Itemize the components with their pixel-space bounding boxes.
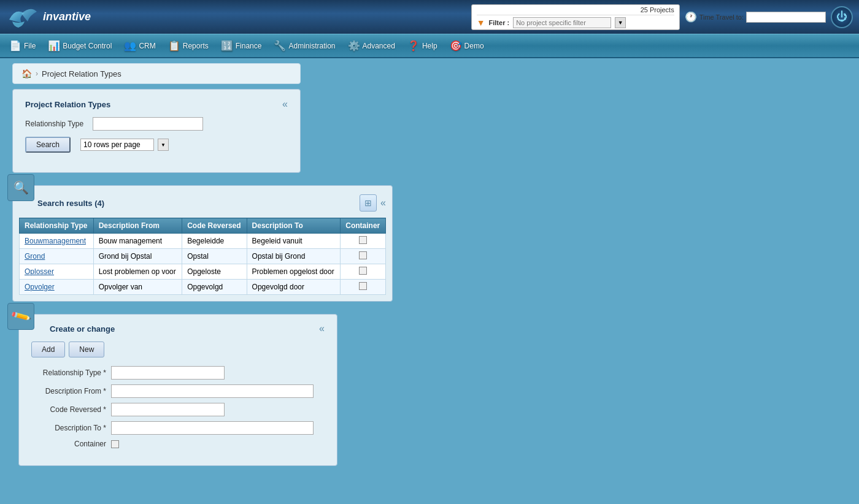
create-description-from-input[interactable]	[111, 384, 314, 398]
create-relationship-type-label: Relationship Type *	[31, 368, 111, 377]
create-description-from-label: Description From *	[31, 387, 111, 395]
filter-dropdown-button[interactable]: ▼	[615, 17, 626, 28]
relationship-type-input[interactable]	[93, 117, 203, 131]
breadcrumb-page-title: Project Relation Types	[42, 69, 121, 78]
finance-icon: 🔢	[221, 40, 233, 52]
create-description-to-input[interactable]	[111, 421, 314, 435]
nav-item-help[interactable]: ❓ Help	[401, 37, 444, 54]
table-row: Bouwmanagement Bouw management Begeleidd…	[20, 234, 386, 249]
filter-icon: ▼	[477, 18, 485, 28]
rows-per-page-row: Search ▼	[25, 137, 288, 153]
container-checkbox-0[interactable]	[359, 236, 367, 244]
top-bar: invantive 25 Projects ▼ Filter : ▼ 🕐 Tim…	[0, 0, 859, 34]
table-row: Opvolger Opvolger van Opgevolgd Opgevolg…	[20, 280, 386, 295]
nav-label-administration: Administration	[288, 42, 335, 50]
container-checkbox-1[interactable]	[359, 251, 367, 259]
nav-item-crm[interactable]: 👥 CRM	[118, 37, 161, 54]
create-code-reversed-label: Code Reversed *	[31, 405, 111, 414]
search-button[interactable]: Search	[25, 137, 71, 153]
nav-item-finance[interactable]: 🔢 Finance	[215, 37, 268, 54]
cell-type-2: Oplosser	[20, 264, 94, 280]
cell-container-0	[341, 234, 386, 249]
nav-item-demo[interactable]: 🎯 Demo	[444, 37, 490, 54]
rows-per-page-dropdown[interactable]: ▼	[158, 139, 169, 151]
search-panel-collapse-button[interactable]: «	[282, 99, 288, 110]
relationship-type-label: Relationship Type	[25, 120, 93, 128]
link-type-1[interactable]: Grond	[25, 252, 45, 261]
create-description-to-label: Description To *	[31, 424, 111, 432]
create-panel: Create or change « Add New Relationship …	[18, 314, 337, 466]
results-header: Search results (4) ⊞ «	[19, 194, 386, 212]
cell-desc-to-2: Problemen opgelost door	[247, 264, 341, 280]
new-button[interactable]: New	[69, 342, 104, 357]
cell-container-2	[341, 264, 386, 280]
cell-desc-from-2: Lost problemen op voor	[93, 264, 182, 280]
create-header: Create or change «	[31, 323, 325, 334]
cell-container-1	[341, 249, 386, 264]
create-container-row: Container	[31, 440, 325, 448]
add-button[interactable]: Add	[31, 342, 65, 357]
breadcrumb: 🏠 › Project Relation Types	[12, 63, 301, 84]
nav-label-crm: CRM	[139, 42, 155, 50]
create-code-reversed-input[interactable]	[111, 403, 225, 416]
results-header-actions: ⊞ «	[360, 194, 386, 212]
create-relationship-type-input[interactable]	[111, 366, 225, 380]
create-panel-wrapper: ✏️ Create or change « Add New Relationsh…	[12, 314, 337, 466]
container-checkbox-2[interactable]	[359, 267, 367, 275]
results-table: Relationship Type Description From Code …	[19, 218, 386, 295]
create-container-label: Container	[31, 440, 111, 448]
relationship-type-row: Relationship Type	[25, 117, 288, 131]
nav-item-reports[interactable]: 📋 Reports	[162, 37, 215, 54]
link-type-0[interactable]: Bouwmanagement	[25, 237, 86, 245]
logo-area: invantive	[6, 4, 91, 30]
cell-code-reversed-1: Opstal	[182, 249, 247, 264]
nav-label-demo: Demo	[464, 42, 484, 50]
cell-container-3	[341, 280, 386, 295]
results-title: Search results (4)	[37, 199, 104, 208]
create-collapse-button[interactable]: «	[319, 323, 325, 334]
time-travel-label: Time Travel to:	[699, 13, 744, 21]
projects-panel: 25 Projects ▼ Filter : ▼	[471, 4, 680, 30]
nav-label-file: File	[24, 42, 36, 50]
logo-icon	[6, 4, 40, 30]
cell-type-0: Bouwmanagement	[20, 234, 94, 249]
top-right-area: 25 Projects ▼ Filter : ▼ 🕐 Time Travel t…	[471, 4, 853, 30]
cell-code-reversed-3: Opgevolgd	[182, 280, 247, 295]
cell-type-1: Grond	[20, 249, 94, 264]
cell-desc-from-3: Opvolger van	[93, 280, 182, 295]
link-type-3[interactable]: Opvolger	[25, 283, 55, 291]
create-container-checkbox[interactable]	[111, 440, 119, 448]
filter-input[interactable]	[513, 17, 611, 28]
nav-bar: 📄 File 📊 Budget Control 👥 CRM 📋 Reports …	[0, 34, 859, 58]
pencil-icon: ✏️	[10, 305, 32, 327]
container-checkbox-3[interactable]	[359, 282, 367, 290]
help-icon: ❓	[407, 40, 420, 52]
nav-item-administration[interactable]: 🔧 Administration	[268, 37, 341, 54]
nav-label-finance: Finance	[236, 42, 262, 50]
power-button[interactable]: ⏻	[831, 6, 853, 28]
nav-item-file[interactable]: 📄 File	[3, 37, 42, 54]
create-code-reversed-row: Code Reversed *	[31, 403, 325, 416]
cell-code-reversed-2: Opgeloste	[182, 264, 247, 280]
home-icon[interactable]: 🏠	[21, 69, 32, 78]
col-header-relationship-type: Relationship Type	[20, 218, 94, 234]
nav-item-advanced[interactable]: ⚙️ Advanced	[342, 37, 401, 54]
create-description-from-row: Description From *	[31, 384, 325, 398]
advanced-icon: ⚙️	[348, 40, 360, 52]
file-icon: 📄	[9, 40, 21, 52]
nav-item-budget-control[interactable]: 📊 Budget Control	[42, 37, 118, 54]
create-description-to-row: Description To *	[31, 421, 325, 435]
rows-per-page-input[interactable]	[80, 139, 154, 151]
results-collapse-button[interactable]: «	[380, 197, 386, 208]
main-content: 🏠 › Project Relation Types Project Relat…	[0, 63, 859, 491]
col-header-description-from: Description From	[93, 218, 182, 234]
create-panel-icon-wrap: ✏️	[7, 303, 34, 330]
link-type-2[interactable]: Oplosser	[25, 267, 54, 276]
search-panel: Project Relation Types « Relationship Ty…	[12, 89, 301, 173]
search-panel-wrapper: Project Relation Types « Relationship Ty…	[12, 89, 301, 173]
cell-desc-to-3: Opgevolgd door	[247, 280, 341, 295]
export-button[interactable]: ⊞	[360, 194, 377, 212]
action-buttons: Add New	[31, 342, 325, 357]
time-travel-input[interactable]	[746, 12, 826, 23]
reports-icon: 📋	[168, 40, 180, 52]
